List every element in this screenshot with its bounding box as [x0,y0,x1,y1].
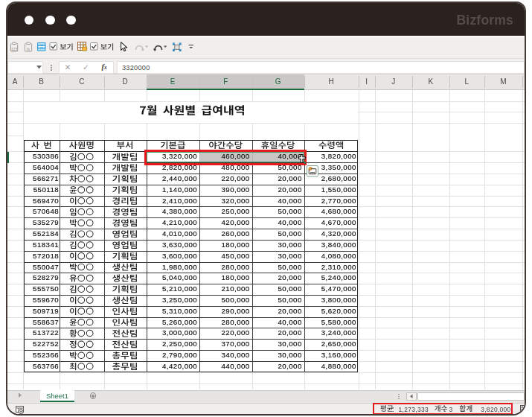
svg-text:123: 123 [11,47,18,51]
svg-text:fx: fx [27,47,30,51]
